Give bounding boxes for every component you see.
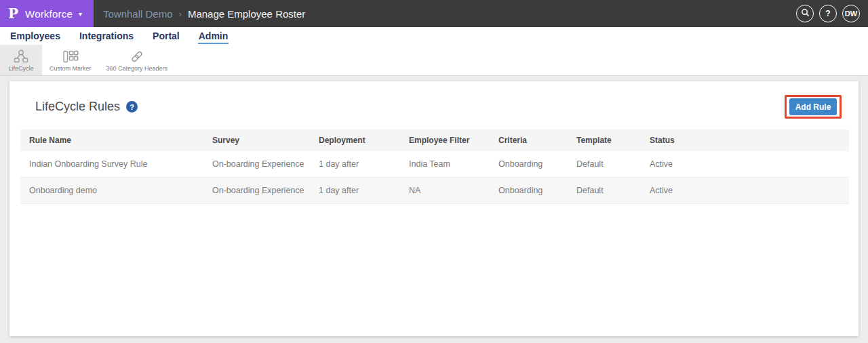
cell-deployment: 1 day after [310, 151, 400, 178]
col-header-deployment: Deployment [310, 129, 400, 151]
cell-survey: On-boarding Experience [203, 178, 310, 204]
cell-criteria: Onboarding [490, 178, 568, 204]
toolbar-item-label: Custom Marker [50, 65, 92, 72]
toolbar-item-label: LifeCycle [8, 65, 33, 72]
link-icon [130, 49, 144, 64]
question-mark-icon: ? [825, 9, 830, 18]
annotation-highlight-box: Add Rule [785, 95, 842, 119]
cell-rule-name: Indian Onboarding Survey Rule [20, 151, 203, 178]
lifecycle-rules-table: Rule Name Survey Deployment Employee Fil… [20, 129, 849, 204]
toolbar-item-custom-marker[interactable]: Custom Marker [42, 45, 99, 75]
breadcrumb: Townhall Demo › Manage Employee Roster [103, 0, 305, 27]
nav-item-portal[interactable]: Portal [152, 28, 180, 44]
app-name: Workforce [25, 8, 73, 20]
toolbar-item-lifecycle[interactable]: LifeCycle [0, 45, 42, 75]
chevron-down-icon: ▾ [79, 10, 82, 18]
cell-employee-filter: India Team [400, 151, 490, 178]
breadcrumb-current: Manage Employee Roster [188, 8, 305, 20]
sitemap-icon [13, 49, 29, 64]
add-rule-button[interactable]: Add Rule [789, 98, 837, 115]
cell-status: Active [641, 151, 849, 178]
topbar-actions: ? DW [796, 0, 868, 27]
table-row[interactable]: Indian Onboarding Survey Rule On-boardin… [20, 151, 849, 178]
cell-template: Default [568, 151, 641, 178]
col-header-employee-filter: Employee Filter [400, 129, 490, 151]
lifecycle-help-icon[interactable]: ? [126, 101, 138, 113]
nav-item-integrations[interactable]: Integrations [79, 28, 134, 44]
table-header-row: Rule Name Survey Deployment Employee Fil… [20, 129, 849, 151]
toolbar-item-label: 360 Category Headers [106, 65, 168, 72]
avatar-initials: DW [845, 9, 857, 18]
cell-deployment: 1 day after [310, 178, 400, 204]
col-header-survey: Survey [203, 129, 310, 151]
toolbar-item-360-category-headers[interactable]: 360 Category Headers [99, 45, 176, 75]
perceptyx-logo-icon: P [8, 5, 18, 22]
layout-icon [62, 49, 79, 64]
col-header-criteria: Criteria [490, 129, 568, 151]
cell-criteria: Onboarding [490, 151, 568, 178]
search-icon [801, 8, 810, 19]
nav-item-admin[interactable]: Admin [198, 28, 229, 44]
breadcrumb-parent-link[interactable]: Townhall Demo [103, 8, 173, 20]
col-header-template: Template [568, 129, 641, 151]
col-header-rule-name: Rule Name [20, 129, 203, 151]
search-button[interactable] [796, 5, 814, 22]
admin-toolbar: LifeCycle Custom Marker 360 Category Hea… [0, 45, 868, 76]
app-switcher[interactable]: P Workforce ▾ [0, 0, 94, 27]
cell-employee-filter: NA [400, 178, 490, 204]
col-header-status: Status [641, 129, 849, 151]
top-bar: P Workforce ▾ Townhall Demo › Manage Emp… [0, 0, 868, 27]
avatar[interactable]: DW [842, 5, 860, 22]
help-button[interactable]: ? [819, 5, 837, 22]
page-title: LifeCycle Rules [35, 100, 120, 114]
nav-item-employees[interactable]: Employees [9, 28, 61, 44]
cell-survey: On-boarding Experience [203, 151, 310, 178]
breadcrumb-separator-icon: › [179, 9, 182, 19]
table-row[interactable]: Onboarding demo On-boarding Experience 1… [20, 178, 849, 204]
content-card: LifeCycle Rules ? Add Rule Rule Name Sur… [9, 81, 859, 336]
cell-template: Default [568, 178, 641, 204]
card-header: LifeCycle Rules ? Add Rule [9, 81, 859, 129]
main-nav: Employees Integrations Portal Admin [0, 27, 868, 45]
cell-rule-name: Onboarding demo [20, 178, 203, 204]
cell-status: Active [641, 178, 849, 204]
